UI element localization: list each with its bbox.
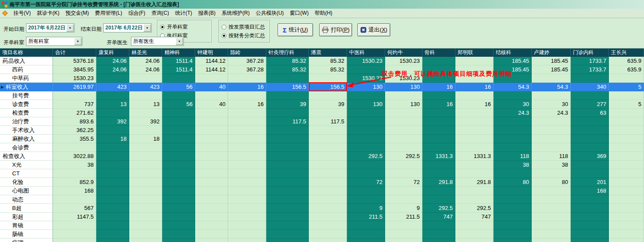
grid-cell[interactable]: 392 — [96, 117, 129, 126]
grid-cell[interactable]: 367.28 — [228, 65, 266, 74]
grid-cell[interactable]: 9 — [385, 204, 422, 213]
grid-cell[interactable]: 168 — [53, 187, 96, 195]
column-header[interactable]: 何灼牛 — [385, 48, 422, 57]
grid-cell[interactable]: 201 — [571, 178, 609, 187]
grid-cell[interactable]: 85.32 — [309, 57, 347, 65]
grid-cell[interactable]: 130 — [385, 83, 422, 91]
grid-cell[interactable] — [532, 187, 571, 195]
grid-cell[interactable]: 13 — [129, 100, 162, 109]
grid-cell[interactable] — [96, 178, 129, 187]
grid-cell[interactable] — [455, 187, 494, 195]
grid-row[interactable]: 麻醉收入355.51818 — [0, 135, 644, 143]
grid-cell[interactable]: 80 — [532, 178, 571, 187]
grid-row[interactable]: 西药3845.9524.0624.061511.41144.12367.2885… — [0, 65, 644, 74]
dept-filter-select[interactable]: 所有科室 ▼ — [26, 37, 82, 46]
grid-cell[interactable] — [266, 230, 309, 239]
grid-cell[interactable] — [609, 213, 644, 221]
grid-cell[interactable]: 185.45 — [532, 57, 571, 65]
grid-cell[interactable] — [385, 195, 422, 204]
grid-cell[interactable] — [96, 91, 129, 100]
grid-cell[interactable]: 185.45 — [494, 65, 532, 74]
grid-cell[interactable] — [455, 117, 494, 126]
grid-cell[interactable] — [228, 109, 266, 117]
grid-cell[interactable]: 292.5 — [455, 204, 494, 213]
grid-cell[interactable] — [609, 117, 644, 126]
grid-cell[interactable] — [494, 195, 532, 204]
grid-cell[interactable] — [53, 91, 96, 100]
grid-cell[interactable]: 362.25 — [53, 126, 96, 135]
grid-cell[interactable] — [571, 195, 609, 204]
grid-cell[interactable]: 1530.23 — [347, 57, 385, 65]
grid-cell[interactable] — [609, 187, 644, 195]
grid-cell[interactable]: 24.06 — [96, 65, 129, 74]
grid-cell[interactable]: 1144.12 — [195, 65, 228, 74]
grid-cell[interactable] — [347, 126, 385, 135]
grid-cell[interactable]: 423 — [96, 83, 129, 91]
grid-cell[interactable] — [385, 221, 422, 230]
grid-cell[interactable] — [195, 187, 228, 195]
chevron-down-icon[interactable]: ▼ — [74, 38, 82, 45]
grid-cell[interactable]: 1530.23 — [347, 74, 385, 83]
grid-cell[interactable] — [53, 195, 96, 204]
grid-cell[interactable] — [347, 239, 385, 242]
grid-cell[interactable] — [266, 195, 309, 204]
grid-cell[interactable] — [309, 221, 347, 230]
grid-cell[interactable] — [532, 74, 571, 83]
grid-cell[interactable] — [266, 152, 309, 161]
grid-cell[interactable] — [422, 74, 455, 83]
grid-cell[interactable] — [571, 169, 609, 178]
grid-cell[interactable] — [571, 126, 609, 135]
grid-cell[interactable] — [309, 135, 347, 143]
grid-cell[interactable] — [455, 161, 494, 169]
grid-cell[interactable]: 292.5 — [347, 152, 385, 161]
grid-cell[interactable] — [609, 195, 644, 204]
grid-cell[interactable]: 30 — [532, 100, 571, 109]
grid-cell[interactable] — [96, 126, 129, 135]
grid-row[interactable]: 动态 — [0, 195, 644, 204]
grid-cell[interactable] — [53, 239, 96, 242]
menu-item[interactable]: 费用管理(L) — [92, 9, 125, 18]
grid-cell[interactable] — [532, 117, 571, 126]
grid-cell[interactable] — [532, 143, 571, 152]
column-header[interactable]: 潘震 — [309, 48, 347, 57]
start-date-picker[interactable]: 2017年 6月22日 ▼ — [26, 23, 75, 32]
grid-row[interactable]: 检查费271.6224.324.363 — [0, 109, 644, 117]
grid-cell[interactable]: 18 — [96, 135, 129, 143]
grid-cell[interactable]: 130 — [385, 100, 422, 109]
grid-cell[interactable] — [129, 143, 162, 152]
grid-cell[interactable] — [494, 169, 532, 178]
grid-cell[interactable] — [347, 109, 385, 117]
grid-cell[interactable] — [532, 135, 571, 143]
grid-cell[interactable] — [494, 143, 532, 152]
grid-cell[interactable] — [347, 187, 385, 195]
grid-cell[interactable] — [162, 109, 195, 117]
grid-cell[interactable] — [455, 65, 494, 74]
grid-cell[interactable] — [309, 195, 347, 204]
grid-cell[interactable] — [385, 109, 422, 117]
column-header[interactable]: 王长兴 — [609, 48, 644, 57]
grid-cell[interactable] — [195, 74, 228, 83]
grid-cell[interactable] — [347, 117, 385, 126]
grid-cell[interactable] — [494, 117, 532, 126]
grid-cell[interactable]: 1511.4 — [162, 65, 195, 74]
grid-cell[interactable]: 185.45 — [532, 65, 571, 74]
grid-cell[interactable] — [494, 91, 532, 100]
grid-cell[interactable]: 369 — [571, 152, 609, 161]
grid-cell[interactable]: 54.3 — [532, 83, 571, 91]
menu-item[interactable]: 综合(F) — [125, 9, 148, 18]
grid-cell[interactable] — [228, 239, 266, 242]
grid-cell[interactable] — [422, 57, 455, 65]
grid-cell[interactable] — [571, 161, 609, 169]
grid-cell[interactable] — [228, 221, 266, 230]
grid-cell[interactable] — [266, 221, 309, 230]
grid-cell[interactable]: 85.32 — [266, 65, 309, 74]
grid-cell[interactable] — [455, 195, 494, 204]
grid-cell[interactable] — [422, 126, 455, 135]
grid-cell[interactable] — [309, 143, 347, 152]
row-label[interactable]: 挂号费 — [0, 91, 53, 100]
grid-row[interactable]: 药品收入5376.1824.0624.061511.41144.12367.28… — [0, 57, 644, 65]
grid-cell[interactable] — [347, 65, 385, 74]
grid-cell[interactable] — [228, 213, 266, 221]
grid-cell[interactable]: 392 — [129, 117, 162, 126]
grid-cell[interactable]: 1733.7 — [571, 57, 609, 65]
